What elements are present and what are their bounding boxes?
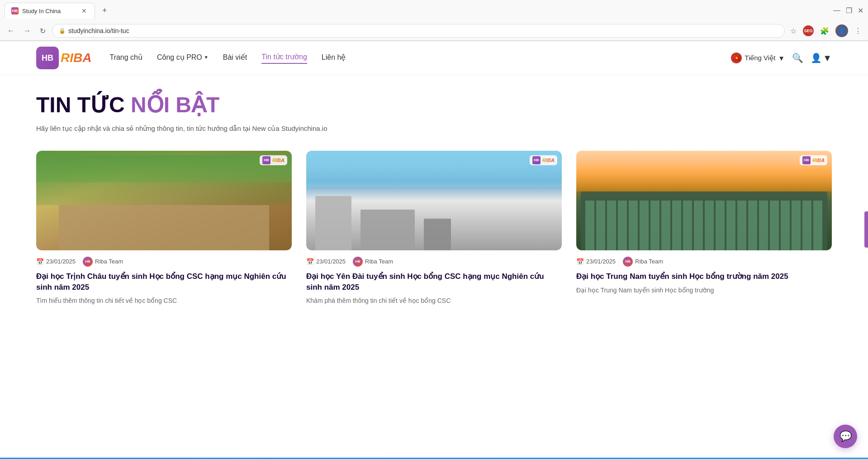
user-button[interactable]: 👤 ▼ bbox=[811, 53, 832, 63]
watermark-text: RIBA bbox=[272, 158, 285, 163]
article-meta-3: 📅 23/01/2025 HB Riba Team bbox=[576, 257, 832, 267]
url-display: studyinchina.io/tin-tuc bbox=[68, 27, 129, 34]
seo-badge[interactable]: SEO bbox=[803, 25, 814, 36]
language-label: Tiếng Việt bbox=[745, 54, 775, 62]
calendar-icon-1: 📅 bbox=[36, 258, 44, 265]
article-image-1: HB RIBA bbox=[36, 151, 292, 250]
author-avatar-2: HB bbox=[353, 257, 363, 267]
user-icon: 👤 bbox=[811, 53, 822, 63]
title-part1: TIN TỨC bbox=[36, 93, 131, 117]
article-card-2[interactable]: HB RIBA 📅 23/01/2025 HB Riba Team Đại họ… bbox=[306, 151, 562, 306]
article-title-2[interactable]: Đại học Yên Đài tuyển sinh Học bổng CSC … bbox=[306, 271, 562, 293]
date-text-1: 23/01/2025 bbox=[46, 258, 76, 265]
header-right: 🇻🇳 Tiếng Việt ▼ 🔍 👤 ▼ bbox=[731, 53, 832, 63]
tab-close-button[interactable]: ✕ bbox=[80, 7, 88, 15]
page-title: TIN TỨC NỔI BẬT bbox=[36, 93, 832, 117]
article-image-2: HB RIBA bbox=[306, 151, 562, 250]
side-decoration bbox=[864, 211, 868, 248]
lang-dropdown-arrow: ▼ bbox=[778, 54, 785, 62]
new-tab-button[interactable]: + bbox=[99, 4, 111, 17]
article-title-1[interactable]: Đại học Trịnh Châu tuyển sinh Học bổng C… bbox=[36, 271, 292, 293]
vietnam-flag: 🇻🇳 bbox=[731, 53, 742, 63]
date-text-2: 23/01/2025 bbox=[316, 258, 346, 265]
watermark-text-3: RIBA bbox=[812, 158, 825, 163]
author-text-1: Riba Team bbox=[95, 258, 123, 265]
calendar-icon-3: 📅 bbox=[576, 258, 584, 265]
article-meta-1: 📅 23/01/2025 HB Riba Team bbox=[36, 257, 292, 267]
window-controls: — ❐ ✕ bbox=[833, 6, 863, 15]
calendar-icon-2: 📅 bbox=[306, 258, 314, 265]
watermark-box-2: HB bbox=[532, 156, 541, 164]
nav-bai-viet[interactable]: Bài viết bbox=[223, 53, 247, 63]
menu-button[interactable]: ⋮ bbox=[853, 25, 863, 37]
article-date-3: 📅 23/01/2025 bbox=[576, 258, 616, 265]
article-title-3[interactable]: Đại học Trung Nam tuyển sinh Học bổng tr… bbox=[576, 271, 832, 282]
nav-tin-tuc-truong[interactable]: Tin tức trường bbox=[261, 53, 307, 64]
page-subtitle: Hãy liên tục cập nhật và chia sẻ những t… bbox=[36, 124, 832, 133]
nav-trang-chu[interactable]: Trang chủ bbox=[109, 53, 142, 63]
language-selector[interactable]: 🇻🇳 Tiếng Việt ▼ bbox=[731, 53, 785, 63]
article-excerpt-1: Tìm hiểu thêm thông tin chi tiết về học … bbox=[36, 296, 292, 306]
logo-area[interactable]: HB RIBA bbox=[36, 47, 91, 69]
profile-avatar[interactable]: 👤 bbox=[835, 24, 848, 37]
user-dropdown-arrow: ▼ bbox=[823, 53, 832, 63]
author-text-3: Riba Team bbox=[635, 258, 663, 265]
author-text-2: Riba Team bbox=[365, 258, 393, 265]
maximize-button[interactable]: ❐ bbox=[846, 6, 852, 15]
article-card-1[interactable]: HB RIBA 📅 23/01/2025 HB Riba Team Đại họ… bbox=[36, 151, 292, 306]
article-watermark-1: HB RIBA bbox=[260, 155, 287, 165]
article-date-2: 📅 23/01/2025 bbox=[306, 258, 346, 265]
nav-lien-he[interactable]: Liên hệ bbox=[322, 53, 346, 63]
watermark-text-2: RIBA bbox=[542, 158, 555, 163]
article-excerpt-2: Khám phá thêm thông tin chi tiết về học … bbox=[306, 296, 562, 306]
watermark-box-3: HB bbox=[802, 156, 811, 164]
title-bar: HB Study In China ✕ + — ❐ ✕ bbox=[0, 0, 868, 21]
author-avatar-3: HB bbox=[623, 257, 633, 267]
bookmark-button[interactable]: ☆ bbox=[788, 25, 798, 37]
title-part2: NỔI BẬT bbox=[131, 93, 219, 117]
address-bar[interactable]: 🔒 studyinchina.io/tin-tuc bbox=[52, 24, 785, 38]
search-button[interactable]: 🔍 bbox=[792, 53, 803, 63]
dropdown-arrow: ▼ bbox=[204, 55, 209, 60]
browser-chrome: HB Study In China ✕ + — ❐ ✕ ← → ↻ 🔒 stud… bbox=[0, 0, 868, 41]
website-content: HB RIBA Trang chủ Công cụ PRO ▼ Bài viết… bbox=[0, 41, 868, 324]
logo-box: HB bbox=[36, 47, 59, 69]
articles-grid: HB RIBA 📅 23/01/2025 HB Riba Team Đại họ… bbox=[36, 151, 832, 306]
article-author-2: HB Riba Team bbox=[353, 257, 393, 267]
article-watermark-3: HB RIBA bbox=[800, 155, 827, 165]
article-card-3[interactable]: HB RIBA 📅 23/01/2025 HB Riba Team Đại họ… bbox=[576, 151, 832, 306]
address-bar-row: ← → ↻ 🔒 studyinchina.io/tin-tuc ☆ SEO 🧩 … bbox=[0, 21, 868, 41]
author-avatar-1: HB bbox=[83, 257, 93, 267]
extensions-button[interactable]: 🧩 bbox=[818, 25, 831, 37]
back-button[interactable]: ← bbox=[5, 25, 17, 37]
site-header: HB RIBA Trang chủ Công cụ PRO ▼ Bài viết… bbox=[0, 41, 868, 75]
site-nav: Trang chủ Công cụ PRO ▼ Bài viết Tin tức… bbox=[109, 53, 731, 64]
date-text-3: 23/01/2025 bbox=[586, 258, 616, 265]
article-date-1: 📅 23/01/2025 bbox=[36, 258, 76, 265]
watermark-box: HB bbox=[262, 156, 270, 164]
main-content: TIN TỨC NỔI BẬT Hãy liên tục cập nhật và… bbox=[0, 75, 868, 324]
logo-text: RIBA bbox=[61, 51, 91, 65]
article-image-3: HB RIBA bbox=[576, 151, 832, 250]
toolbar-right: ☆ SEO 🧩 👤 ⋮ bbox=[788, 24, 863, 37]
forward-button[interactable]: → bbox=[21, 25, 33, 37]
nav-cong-cu-pro[interactable]: Công cụ PRO ▼ bbox=[157, 53, 209, 63]
article-meta-2: 📅 23/01/2025 HB Riba Team bbox=[306, 257, 562, 267]
article-excerpt-3: Đại học Trung Nam tuyển sinh Học bổng tr… bbox=[576, 286, 832, 295]
article-author-1: HB Riba Team bbox=[83, 257, 123, 267]
minimize-button[interactable]: — bbox=[833, 6, 840, 15]
security-icon: 🔒 bbox=[59, 28, 66, 34]
tab-title: Study In China bbox=[22, 8, 61, 14]
tab-favicon: HB bbox=[11, 7, 19, 14]
refresh-button[interactable]: ↻ bbox=[37, 25, 48, 37]
article-watermark-2: HB RIBA bbox=[530, 155, 557, 165]
article-author-3: HB Riba Team bbox=[623, 257, 663, 267]
browser-tab[interactable]: HB Study In China ✕ bbox=[5, 3, 95, 19]
close-button[interactable]: ✕ bbox=[858, 6, 863, 15]
